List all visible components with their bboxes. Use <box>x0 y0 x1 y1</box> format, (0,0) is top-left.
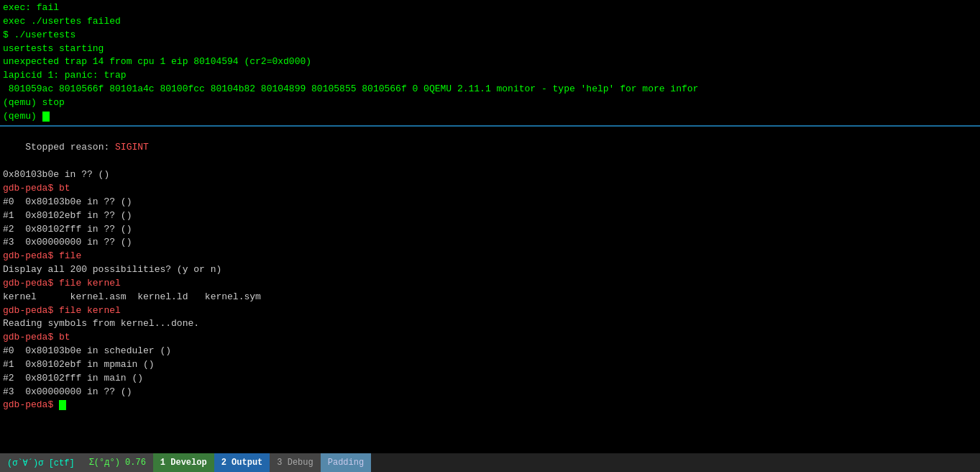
statusbar-sigma-segment[interactable]: (σ`∀´)σ [ctf] <box>0 453 82 472</box>
sigma-label: (σ`∀´)σ [ctf] <box>7 458 75 468</box>
cursor <box>42 112 50 122</box>
term-line[interactable]: (qemu) <box>3 110 977 124</box>
term-line: #2 0x80102fff in main () <box>3 372 977 386</box>
term-line: (qemu) stop <box>3 96 977 110</box>
term-line: #0 0x80103b0e in ?? () <box>3 196 977 209</box>
tab-develop-label: Develop <box>170 458 206 468</box>
term-line: 801059ac 8010566f 80101a4c 80100fcc 8010… <box>3 83 977 96</box>
term-line: gdb-peda$ file kernel <box>3 277 977 291</box>
tab-debug-num: 3 <box>277 458 282 468</box>
tab-develop-num: 1 <box>160 458 165 468</box>
term-line: #0 0x80103b0e in scheduler () <box>3 345 977 358</box>
term-line: #3 0x00000000 in ?? () <box>3 386 977 399</box>
tab-extra[interactable]: Padding <box>321 453 371 472</box>
tab-output[interactable]: 2 Output <box>214 453 270 472</box>
statusbar-stats-segment: Σ(°д°) 0.76 <box>82 453 153 472</box>
term-line: exec ./usertes failed <box>3 15 977 29</box>
terminal-top-pane: exec: fail exec ./usertes failed $ ./use… <box>0 0 980 125</box>
tab-output-num: 2 <box>221 458 226 468</box>
term-line: #1 0x80102ebf in ?? () <box>3 209 977 223</box>
term-line: gdb-peda$ bt <box>3 331 977 345</box>
cursor <box>59 400 66 410</box>
term-line: kernel kernel.asm kernel.ld kernel.sym <box>3 291 977 304</box>
term-line: 0x80103b0e in ?? () <box>3 168 977 182</box>
term-line: $ ./usertests <box>3 29 977 42</box>
stats-label: Σ(°д°) 0.76 <box>89 458 146 468</box>
tab-extra-label: Padding <box>328 458 364 468</box>
term-line: Stopped reason: SIGINT <box>3 128 977 169</box>
term-prompt[interactable]: gdb-peda$ <box>3 399 977 412</box>
term-line: gdb-peda$ file kernel <box>3 304 977 318</box>
term-line: lapicid 1: panic: trap <box>3 69 977 83</box>
term-line: #3 0x00000000 in ?? () <box>3 236 977 250</box>
term-line: usertests starting <box>3 42 977 56</box>
term-line: exec: fail <box>3 1 977 15</box>
tab-debug[interactable]: 3 Debug <box>270 453 320 472</box>
tab-output-label: Output <box>232 458 262 468</box>
term-line: Display all 200 possibilities? (y or n) <box>3 263 977 277</box>
statusbar: (σ`∀´)σ [ctf] Σ(°д°) 0.76 1 Develop 2 Ou… <box>0 453 980 472</box>
tab-develop[interactable]: 1 Develop <box>153 453 214 472</box>
term-line: gdb-peda$ file <box>3 250 977 263</box>
terminal-bottom-pane[interactable]: Stopped reason: SIGINT 0x80103b0e in ?? … <box>0 127 980 453</box>
term-line: #1 0x80102ebf in mpmain () <box>3 358 977 372</box>
term-line: unexpected trap 14 from cpu 1 eip 801045… <box>3 55 977 69</box>
tab-debug-label: Debug <box>288 458 313 468</box>
term-line: gdb-peda$ bt <box>3 182 977 196</box>
term-line: #2 0x80102fff in ?? () <box>3 223 977 237</box>
term-line: Reading symbols from kernel...done. <box>3 317 977 331</box>
